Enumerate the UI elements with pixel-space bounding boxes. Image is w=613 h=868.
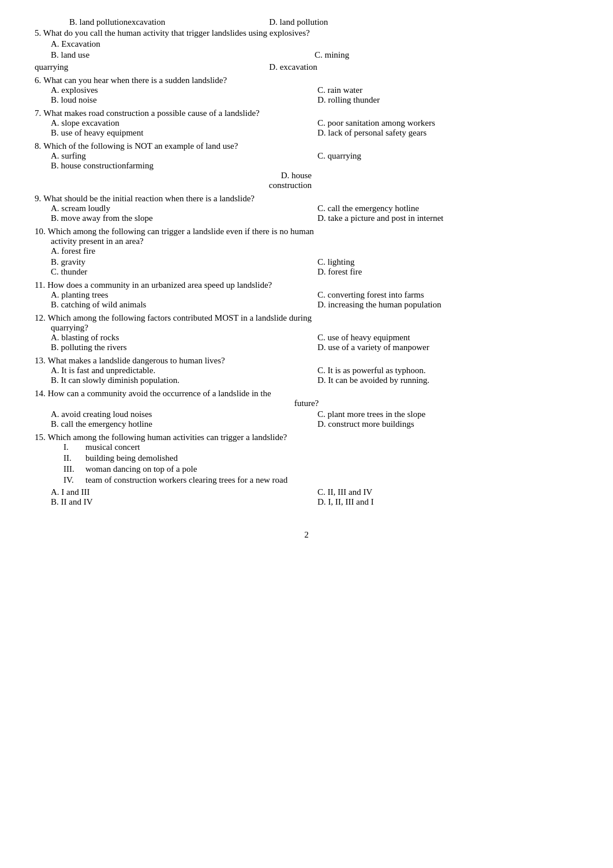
- q15-r2-text: building being demolished: [85, 453, 178, 463]
- question-13: 13. What makes a landslide dangerous to …: [35, 356, 578, 385]
- question-9: 9. What should be the initial reaction w…: [35, 194, 578, 223]
- question-11: 11. How does a community in an urbanized…: [35, 280, 578, 310]
- q15-r1-num: I.: [63, 442, 81, 452]
- q15-r2-num: II.: [63, 453, 81, 463]
- q8-b-block: B. house constructionfarming D. house co…: [51, 161, 312, 190]
- q14-options: A. avoid creating loud noises C. plant m…: [51, 409, 578, 429]
- q9-b: B. move away from the slope: [51, 213, 312, 223]
- q10-text2: activity present in an area?: [51, 236, 578, 246]
- q12-c: C. use of heavy equipment: [317, 333, 578, 343]
- q8-b: B. house constructionfarming: [51, 161, 312, 171]
- q10-bcd: B. gravity C. lighting C. thunder D. for…: [51, 257, 578, 277]
- q13-text: What makes a landslide dangerous to huma…: [48, 356, 225, 366]
- q13-c: C. It is as powerful as typhoon.: [317, 366, 578, 375]
- q7-num: 7.: [35, 108, 41, 118]
- q15-r3: III. woman dancing on top of a pole: [63, 464, 578, 474]
- q10-b: B. gravity: [51, 257, 312, 267]
- question-15: 15. Which among the following human acti…: [35, 433, 578, 507]
- q14-b: B. call the emergency hotline: [51, 419, 312, 429]
- q6-b: B. loud noise: [51, 95, 312, 105]
- q13-b: B. It can slowly diminish population.: [51, 375, 312, 385]
- question-10: 10. Which among the following can trigge…: [35, 227, 578, 277]
- q7-c: C. poor sanitation among workers: [317, 118, 578, 128]
- q11-options: A. planting trees C. converting forest i…: [51, 290, 578, 310]
- q15-d: D. I, II, III and I: [317, 497, 578, 507]
- q5-a: A. Excavation: [51, 39, 100, 48]
- q8-d2: construction: [51, 181, 312, 190]
- q13-options: A. It is fast and unpredictable. C. It i…: [51, 366, 578, 385]
- question-14: 14. How can a community avoid the occurr…: [35, 389, 578, 429]
- q15-a: A. I and III: [51, 487, 312, 497]
- q15-r4-text: team of construction workers clearing tr…: [85, 475, 287, 485]
- q15-r4-num: IV.: [63, 475, 81, 485]
- q5-d: D. excavation: [269, 62, 317, 72]
- q14-text2: future?: [35, 399, 578, 408]
- q12-header: 12. Which among the following factors co…: [35, 313, 578, 323]
- q8-text: Which of the following is NOT an example…: [43, 141, 238, 151]
- q15-r1-text: musical concert: [85, 442, 140, 452]
- q8-a: A. surfing: [51, 151, 312, 161]
- q12-d: D. use of a variety of manpower: [317, 343, 578, 352]
- q5-c: C. mining: [315, 50, 578, 60]
- q8-num: 8.: [35, 141, 41, 151]
- q7-header: 7. What makes road construction a possib…: [35, 108, 578, 118]
- q7-options: A. slope excavation C. poor sanitation a…: [51, 118, 578, 138]
- question-6: 6. What can you hear when there is a sud…: [35, 76, 578, 105]
- header-d: D. land pollution: [269, 17, 328, 27]
- q5-text: 5. What do you call the human activity t…: [35, 28, 310, 38]
- q13-a: A. It is fast and unpredictable.: [51, 366, 312, 375]
- q9-d: D. take a picture and post in internet: [317, 213, 578, 223]
- q14-c: C. plant more trees in the slope: [317, 409, 578, 419]
- q5-quarrying-row: quarrying D. excavation: [35, 62, 578, 72]
- q15-c: C. II, III and IV: [317, 487, 578, 497]
- q15-r3-num: III.: [63, 464, 81, 474]
- page: B. land pollutionexcavation D. land poll…: [35, 17, 578, 540]
- q6-header: 6. What can you hear when there is a sud…: [35, 76, 578, 85]
- q8-d: D. house: [281, 171, 312, 181]
- q12-text: Which among the following factors contri…: [48, 313, 312, 323]
- header-line1: B. land pollutionexcavation D. land poll…: [35, 17, 578, 27]
- q11-b: B. catching of wild animals: [51, 300, 312, 310]
- q15-options: A. I and III C. II, III and IV B. II and…: [51, 487, 578, 507]
- q12-options: A. blasting of rocks C. use of heavy equ…: [51, 333, 578, 352]
- quarrying-label: quarrying: [35, 62, 68, 72]
- q10-c: C. lighting: [317, 257, 578, 267]
- q14-num: 14.: [35, 389, 46, 399]
- q12-text2: quarrying?: [51, 323, 578, 333]
- q9-a: A. scream loudly: [51, 204, 312, 213]
- question-7: 7. What makes road construction a possib…: [35, 108, 578, 138]
- q12-num: 12.: [35, 313, 46, 323]
- q15-header: 15. Which among the following human acti…: [35, 433, 578, 442]
- q14-d: D. construct more buildings: [317, 419, 578, 429]
- question-8: 8. Which of the following is NOT an exam…: [35, 141, 578, 190]
- q15-r1: I. musical concert: [63, 442, 578, 452]
- q8-d-block: D. house: [51, 171, 312, 181]
- q9-c: C. call the emergency hotline: [317, 204, 578, 213]
- q15-roman-list: I. musical concert II. building being de…: [63, 442, 578, 485]
- q15-r2: II. building being demolished: [63, 453, 578, 463]
- q15-num: 15.: [35, 433, 46, 442]
- q10-text: Which among the following can trigger a …: [48, 227, 314, 236]
- q10-num: 10.: [35, 227, 46, 236]
- q11-d: D. increasing the human population: [317, 300, 578, 310]
- q9-options: A. scream loudly C. call the emergency h…: [51, 204, 578, 223]
- q8-header: 8. Which of the following is NOT an exam…: [35, 141, 578, 151]
- q7-b: B. use of heavy equipment: [51, 128, 312, 138]
- q10-a-text: A. forest fire: [51, 246, 95, 255]
- q5-b: B. land use: [51, 50, 315, 60]
- q8-options: A. surfing C. quarrying B. house constru…: [51, 151, 578, 190]
- q6-d: D. rolling thunder: [317, 95, 578, 105]
- q9-num: 9.: [35, 194, 41, 204]
- q15-b: B. II and IV: [51, 497, 312, 507]
- q14-a: A. avoid creating loud noises: [51, 409, 312, 419]
- q7-a: A. slope excavation: [51, 118, 312, 128]
- q8-d2-text: construction: [269, 181, 312, 190]
- q14-header: 14. How can a community avoid the occurr…: [35, 389, 578, 399]
- q5-line: 5. What do you call the human activity t…: [35, 28, 578, 38]
- q5-bc-row: B. land use C. mining: [51, 50, 578, 60]
- q13-header: 13. What makes a landslide dangerous to …: [35, 356, 578, 366]
- q11-header: 11. How does a community in an urbanized…: [35, 280, 578, 290]
- question-12: 12. Which among the following factors co…: [35, 313, 578, 352]
- q13-num: 13.: [35, 356, 46, 366]
- q6-c: C. rain water: [317, 85, 578, 95]
